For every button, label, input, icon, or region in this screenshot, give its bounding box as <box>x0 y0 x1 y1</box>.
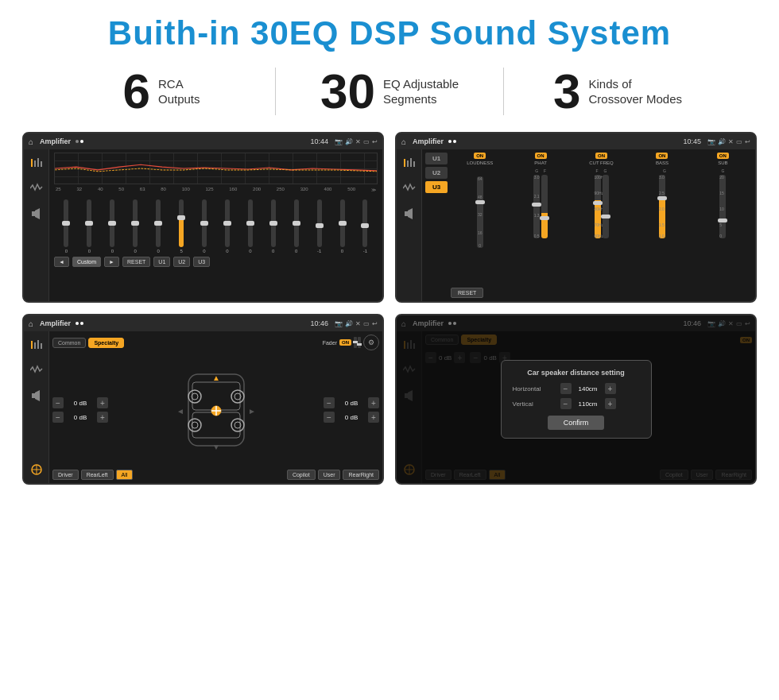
balance-icon[interactable] <box>28 462 45 477</box>
dot-2 <box>80 140 83 143</box>
home-icon-3[interactable]: ⌂ <box>29 319 33 328</box>
eq-slider-9[interactable]: 0 <box>262 199 284 253</box>
eq-topbar: ⌂ Amplifier 10:44 📷 🔊 ✕ ▭ ↩ <box>24 133 382 149</box>
dialog-horizontal-plus[interactable]: + <box>605 383 616 394</box>
dialog-vertical-minus[interactable]: − <box>560 398 572 409</box>
crossover-main: U1 U2 U3 ON LOUDNESS <box>422 149 755 301</box>
speaker-icon-2[interactable] <box>401 207 418 221</box>
eq-slider-2[interactable]: 0 <box>102 199 123 253</box>
eq-slider-13[interactable]: -1 <box>355 199 376 253</box>
svg-marker-5 <box>35 208 40 219</box>
stat-rca: 6 RCAOutputs <box>48 67 275 116</box>
svg-rect-1 <box>34 160 36 167</box>
speaker-icon-3[interactable] <box>28 389 45 403</box>
back-icon[interactable]: ↩ <box>372 138 378 145</box>
speaker-icon[interactable] <box>28 207 45 221</box>
stat-number-crossover: 3 <box>553 67 580 116</box>
stat-label-rca: RCAOutputs <box>158 76 200 107</box>
eq-slider-3[interactable]: 0 <box>125 199 146 253</box>
fader-on-badge[interactable]: ON <box>339 339 351 346</box>
eq-filter-icon-2[interactable] <box>401 156 418 170</box>
crossover-topbar: ⌂ Amplifier 10:45 📷 🔊 ✕ ▭ ↩ <box>397 133 755 149</box>
db-value-rr: 0 dB <box>337 414 366 421</box>
crossover-time: 10:45 <box>683 137 701 145</box>
home-icon-2[interactable]: ⌂ <box>401 137 406 146</box>
svg-text:▼: ▼ <box>212 443 220 451</box>
fader-controls-right: − 0 dB + − 0 dB + <box>324 397 379 423</box>
btn-copilot[interactable]: Copilot <box>287 470 316 480</box>
dialog-vertical-plus[interactable]: + <box>605 398 616 409</box>
svg-rect-10 <box>405 211 408 216</box>
btn-rear-left[interactable]: RearLeft <box>81 470 114 480</box>
db-control-rl: − 0 dB + <box>52 412 108 423</box>
sub-on[interactable]: ON <box>717 153 729 159</box>
eq-prev-btn[interactable]: ◄ <box>54 257 69 267</box>
eq-slider-10[interactable]: 0 <box>285 199 307 253</box>
dialog-horizontal-minus[interactable]: − <box>560 383 572 394</box>
camera-icon-2: 📷 <box>707 138 715 145</box>
tab-common[interactable]: Common <box>52 338 86 348</box>
eq-slider-1[interactable]: 0 <box>79 199 100 253</box>
db-value-fr: 0 dB <box>337 400 366 407</box>
db-minus-fl[interactable]: − <box>52 397 64 408</box>
fader-bottom-row: Driver RearLeft All Copilot User RearRig… <box>52 470 379 480</box>
svg-rect-0 <box>31 159 33 167</box>
eq-filter-icon-3[interactable] <box>28 338 45 352</box>
loudness-on[interactable]: ON <box>474 153 486 159</box>
screen-crossover: ⌂ Amplifier 10:45 📷 🔊 ✕ ▭ ↩ <box>395 132 757 303</box>
eq-slider-12[interactable]: 0 <box>331 199 353 253</box>
preset-u2[interactable]: U2 <box>425 167 448 179</box>
crossover-reset-btn[interactable]: RESET <box>451 288 483 298</box>
svg-rect-9 <box>413 161 415 167</box>
waveform-icon-2[interactable] <box>401 181 418 195</box>
back-icon-3[interactable]: ↩ <box>372 320 378 327</box>
waveform-icon[interactable] <box>28 181 45 195</box>
eq-u3-btn[interactable]: U3 <box>193 257 210 267</box>
rect-icon-2: ▭ <box>736 138 742 145</box>
db-plus-fl[interactable]: + <box>97 397 108 408</box>
eq-slider-8[interactable]: 0 <box>239 199 261 253</box>
eq-slider-5[interactable]: 5 <box>171 199 192 253</box>
btn-rear-right[interactable]: RearRight <box>343 470 379 480</box>
db-plus-rr[interactable]: + <box>368 412 379 423</box>
bass-on[interactable]: ON <box>656 153 668 159</box>
home-icon[interactable]: ⌂ <box>29 137 33 146</box>
eq-slider-4[interactable]: 0 <box>148 199 169 253</box>
eq-reset-btn[interactable]: RESET <box>122 257 150 267</box>
btn-user[interactable]: User <box>318 470 341 480</box>
stat-label-eq: EQ AdjustableSegments <box>383 76 459 107</box>
eq-slider-7[interactable]: 0 <box>216 199 238 253</box>
db-minus-rr[interactable]: − <box>324 412 335 423</box>
preset-u3[interactable]: U3 <box>425 181 448 193</box>
preset-u1[interactable]: U1 <box>425 153 448 164</box>
settings-circle[interactable]: ⚙ <box>363 335 379 350</box>
eq-play-btn[interactable]: ► <box>104 257 119 267</box>
waveform-icon-3[interactable] <box>28 363 45 377</box>
fader-sliders <box>354 337 361 348</box>
phat-on[interactable]: ON <box>535 153 547 159</box>
db-plus-fr[interactable]: + <box>368 397 379 408</box>
svg-rect-13 <box>34 342 36 349</box>
eq-slider-6[interactable]: 0 <box>194 199 215 253</box>
svg-rect-23 <box>192 412 240 438</box>
eq-slider-0[interactable]: 0 <box>56 199 77 253</box>
fader-topbar: ⌂ Amplifier 10:46 📷 🔊 ✕ ▭ ↩ <box>24 315 382 331</box>
db-minus-rl[interactable]: − <box>52 412 64 423</box>
confirm-button[interactable]: Confirm <box>548 416 605 430</box>
dialog-horizontal-row: Horizontal − 140cm + <box>513 383 640 394</box>
db-minus-fr[interactable]: − <box>324 397 335 408</box>
btn-driver[interactable]: Driver <box>52 470 79 480</box>
eq-time: 10:44 <box>310 137 328 145</box>
eq-u2-btn[interactable]: U2 <box>173 257 190 267</box>
eq-slider-11[interactable]: -1 <box>308 199 330 253</box>
db-plus-rl[interactable]: + <box>97 412 108 423</box>
eq-title: Amplifier <box>40 137 71 145</box>
eq-filter-icon[interactable] <box>28 156 45 170</box>
page-title: Buith-in 30EQ DSP Sound System <box>16 14 763 52</box>
eq-u1-btn[interactable]: U1 <box>153 257 170 267</box>
cutfreq-on[interactable]: ON <box>595 153 607 159</box>
btn-all[interactable]: All <box>116 470 134 480</box>
tab-specialty[interactable]: Specialty <box>88 338 124 348</box>
back-icon-2[interactable]: ↩ <box>745 138 750 145</box>
eq-content: 25 32 40 50 63 80 100 125 160 200 250 32… <box>24 149 382 301</box>
